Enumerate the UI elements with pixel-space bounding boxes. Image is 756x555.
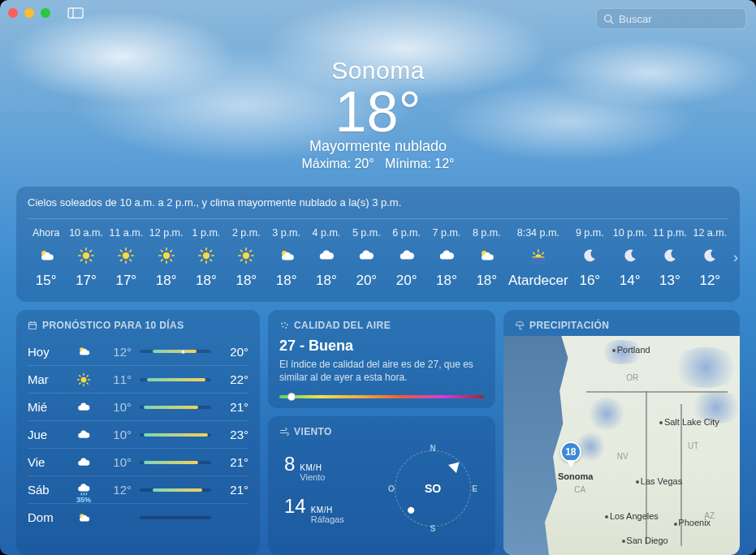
day-high: 21° — [219, 400, 248, 414]
wind-icon — [279, 427, 289, 437]
hour-item[interactable]: 12 a.m. 12° — [692, 222, 728, 292]
temp-range-bar — [140, 461, 211, 464]
hour-value: 14° — [620, 273, 641, 289]
aqi-icon — [279, 321, 289, 330]
temp-range-bar — [140, 516, 211, 519]
hour-label: 12 p.m. — [149, 227, 184, 239]
hour-item[interactable]: 9 p.m. 16° — [572, 222, 608, 292]
hour-value: 16° — [579, 273, 600, 289]
hour-value: 15° — [36, 273, 57, 289]
hour-label: 8 p.m. — [473, 227, 501, 239]
hourly-summary: Cielos soleados de 10 a.m. a 2 p.m., y c… — [28, 196, 728, 219]
weather-window: Buscar Sonoma 18° Mayormente nublado Máx… — [0, 0, 756, 555]
hour-label: 2 p.m. — [232, 227, 261, 239]
city-label: Salt Lake City — [664, 417, 719, 427]
hour-item[interactable]: 5 p.m. 20° — [348, 222, 385, 292]
wind-title: VIENTO — [279, 426, 484, 437]
svg-point-28 — [284, 322, 286, 324]
location-pin[interactable]: 18 — [560, 441, 581, 462]
window-minimize[interactable] — [24, 8, 34, 18]
cloudy-icon — [357, 247, 375, 265]
window-close[interactable] — [8, 8, 18, 18]
precipitation-map-card[interactable]: PRECIPITACIÓN — [503, 310, 740, 555]
day-name: Dom — [28, 510, 63, 524]
hour-item[interactable]: 8:34 p.m. Atardecer — [508, 222, 568, 292]
city-dot — [674, 523, 677, 526]
day-row[interactable]: Jue 10° 23° — [28, 420, 248, 448]
sidebar-toggle[interactable] — [67, 6, 84, 19]
hour-item[interactable]: 3 p.m. 18° — [268, 222, 305, 292]
hour-item[interactable]: 11 a.m. 17° — [108, 222, 145, 292]
day-row[interactable]: Sáb 35% 12° 21° — [28, 475, 248, 503]
hour-label: 5 p.m. — [352, 227, 381, 239]
hour-item[interactable]: 4 p.m. 18° — [308, 222, 344, 292]
day-name: Sáb — [28, 483, 63, 497]
air-quality-card[interactable]: CALIDAD DEL AIRE 27 - Buena El índice de… — [268, 310, 495, 408]
day-row[interactable]: Hoy 12° 20° — [28, 338, 248, 365]
state-code: UT — [688, 441, 698, 450]
partly-cloudy-icon — [71, 344, 96, 359]
day-row[interactable]: Mar 11° 22° — [28, 365, 248, 393]
city-label: Los Angeles — [610, 511, 659, 521]
hour-item[interactable]: 12 p.m. 18° — [148, 222, 184, 292]
sunny-icon — [197, 247, 215, 265]
temp-range-bar — [140, 350, 211, 353]
precip-percent: 35% — [76, 496, 91, 504]
search-field[interactable]: Buscar — [596, 8, 746, 29]
hour-label: Ahora — [32, 227, 59, 239]
svg-line-22 — [611, 20, 613, 23]
svg-point-30 — [283, 326, 284, 328]
hour-label: 4 p.m. — [313, 227, 341, 239]
sunny-icon — [117, 247, 135, 265]
hour-item[interactable]: Ahora 15° — [28, 222, 64, 292]
hour-item[interactable]: 10 a.m. 17° — [67, 222, 104, 292]
window-maximize[interactable] — [41, 8, 50, 18]
hour-item[interactable]: 11 p.m. 13° — [651, 222, 688, 292]
condition-text: Mayormente nublado — [0, 138, 756, 155]
precip-blob — [586, 398, 627, 430]
state-code: CA — [574, 485, 585, 494]
hour-item[interactable]: 2 p.m. 18° — [228, 222, 265, 292]
hour-label: 8:34 p.m. — [517, 227, 559, 239]
day-high: 23° — [219, 428, 248, 441]
day-row[interactable]: Dom — [28, 503, 248, 531]
clear-night-icon — [661, 247, 679, 265]
hourly-forecast-card[interactable]: Cielos soleados de 10 a.m. a 2 p.m., y c… — [16, 187, 740, 302]
current-conditions: Sonoma 18° Mayormente nublado Máxima: 20… — [0, 57, 756, 171]
hour-item[interactable]: 6 p.m. 20° — [388, 222, 425, 292]
cloudy-icon — [318, 247, 335, 265]
umbrella-icon — [515, 321, 525, 330]
temp-range-bar — [140, 378, 211, 381]
svg-point-31 — [285, 327, 287, 329]
day-low: 12° — [104, 345, 132, 359]
hour-label: 12 a.m. — [693, 227, 727, 239]
cloudy-icon — [398, 247, 416, 265]
day-high: 21° — [219, 483, 248, 497]
hour-label: 1 p.m. — [192, 227, 221, 239]
hour-value: 13° — [659, 273, 680, 289]
wind-card[interactable]: VIENTO 8 KM/HViento 14 KM/HRáfagas — [268, 416, 495, 555]
hourly-scroll-right[interactable]: › — [733, 249, 738, 266]
hour-value: 18° — [476, 273, 497, 289]
partly-cloudy-icon — [278, 247, 296, 265]
temp-range-bar — [140, 406, 211, 409]
calendar-icon — [28, 321, 37, 330]
hour-item[interactable]: 8 p.m. 18° — [469, 222, 505, 292]
hourly-row[interactable]: Ahora 15° 10 a.m. 17° 11 a.m. 17° 12 p.m… — [28, 222, 728, 292]
hour-value: 17° — [76, 273, 97, 289]
svg-point-21 — [605, 15, 611, 21]
map-body[interactable]: 18 Sonoma PortlandSalt Lake CityLas Vega… — [503, 336, 740, 555]
hour-item[interactable]: 7 p.m. 18° — [428, 222, 464, 292]
day-low: 10° — [104, 400, 132, 414]
sunny-icon — [158, 247, 175, 265]
day-row[interactable]: Vie 10° 21° — [28, 448, 248, 475]
ten-day-forecast-card[interactable]: PRONÓSTICO PARA 10 DÍAS Hoy 12° 20° Mar … — [16, 310, 260, 555]
day-high: 22° — [219, 372, 248, 386]
day-name: Mar — [28, 372, 63, 386]
hour-item[interactable]: 10 p.m. 14° — [611, 222, 648, 292]
sunny-icon — [71, 372, 96, 387]
day-row[interactable]: Mié 10° 21° — [28, 393, 248, 420]
hour-value: 18° — [235, 273, 257, 289]
day-low: 10° — [104, 428, 132, 441]
hour-item[interactable]: 1 p.m. 18° — [188, 222, 224, 292]
